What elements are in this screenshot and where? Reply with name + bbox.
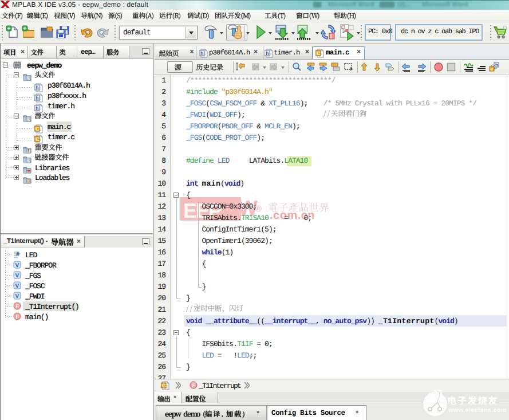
svg-text:V: V xyxy=(15,273,19,279)
svg-text:c: c xyxy=(490,66,493,72)
svg-text:3: 3 xyxy=(342,29,345,34)
svg-text:V: V xyxy=(15,293,19,300)
svg-text:V: V xyxy=(15,283,19,289)
svg-text:C: C xyxy=(35,136,40,142)
svg-text:C: C xyxy=(317,50,321,56)
svg-text:F: F xyxy=(16,304,19,310)
svg-text:#: # xyxy=(16,251,19,258)
svg-text:F: F xyxy=(16,314,19,320)
svg-text:C: C xyxy=(35,125,40,131)
svg-text:h: h xyxy=(495,62,498,68)
svg-text:C: C xyxy=(162,382,166,388)
svg-text:F: F xyxy=(192,383,196,389)
svg-text:h: h xyxy=(200,50,204,56)
svg-text:h: h xyxy=(35,105,39,111)
svg-text:V: V xyxy=(15,262,19,269)
svg-text:h: h xyxy=(266,50,269,56)
svg-text:h: h xyxy=(35,85,39,91)
svg-text:h: h xyxy=(35,95,39,101)
